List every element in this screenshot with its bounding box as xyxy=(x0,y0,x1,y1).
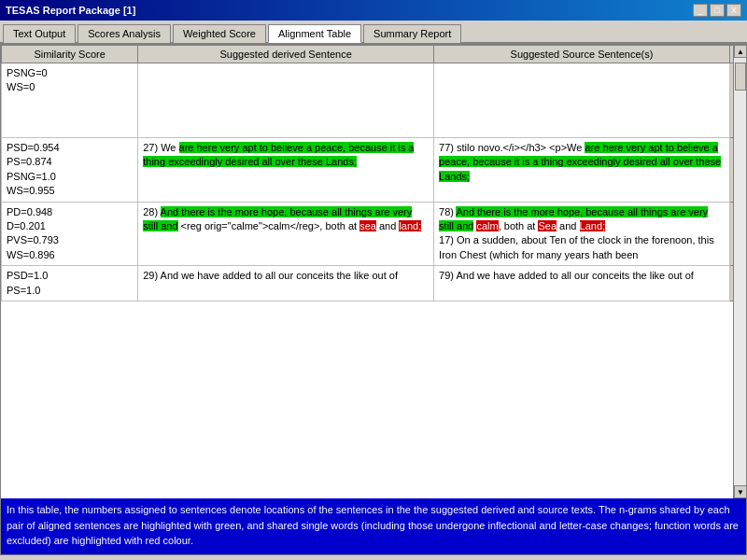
footer-note: In this table, the numbers assigned to s… xyxy=(1,498,746,554)
score-cell: PSD=0.954 PS=0.874 PSNG=1.0 WS=0.955 xyxy=(2,138,138,203)
minimize-button[interactable]: _ xyxy=(693,4,708,17)
tab-scores-analysis[interactable]: Scores Analysis xyxy=(78,24,171,43)
header-source-sentence: Suggested Source Sentence(s) xyxy=(434,46,730,63)
table-row: PD=0.948 D=0.201 PVS=0.793 WS=0.896 28) … xyxy=(2,202,746,266)
alignment-table: Similarity Score Suggested derived Sente… xyxy=(1,45,746,301)
derived-cell xyxy=(138,63,434,138)
tab-bar: Text Output Scores Analysis Weighted Sco… xyxy=(0,21,747,44)
tab-alignment-table[interactable]: Alignment Table xyxy=(268,24,361,43)
table-row: PSD=0.954 PS=0.874 PSNG=1.0 WS=0.955 27)… xyxy=(2,138,746,203)
source-cell xyxy=(434,63,730,138)
tab-summary-report[interactable]: Summary Report xyxy=(363,24,461,43)
tab-weighted-score[interactable]: Weighted Score xyxy=(173,24,266,43)
title-bar: TESAS Report Package [1] _ □ X xyxy=(0,0,747,21)
source-cell: 77) stilo novo.</i></h3> <p>We are here … xyxy=(434,138,730,203)
scroll-down-button[interactable]: ▼ xyxy=(734,485,746,498)
maximize-button[interactable]: □ xyxy=(710,4,725,17)
score-cell: PSNG=0 WS=0 xyxy=(2,63,138,138)
derived-cell: 29) And we have added to all our conceit… xyxy=(138,266,434,301)
scroll-up-button[interactable]: ▲ xyxy=(734,45,746,58)
table-row: PSNG=0 WS=0 xyxy=(2,63,746,138)
scrollbar[interactable]: ▲ ▼ xyxy=(733,45,746,498)
close-button[interactable]: X xyxy=(726,4,741,17)
header-similarity-score: Similarity Score xyxy=(2,46,138,63)
header-derived-sentence: Suggested derived Sentence xyxy=(138,46,434,63)
scroll-thumb[interactable] xyxy=(735,63,746,91)
derived-cell: 28) And there is the more hope, because … xyxy=(138,202,434,266)
score-cell: PD=0.948 D=0.201 PVS=0.793 WS=0.896 xyxy=(2,202,138,266)
scroll-track[interactable] xyxy=(734,58,746,485)
source-cell: 79) And we have added to all our conceit… xyxy=(434,266,730,301)
window-title: TESAS Report Package [1] xyxy=(6,5,135,16)
main-area: Similarity Score Suggested derived Sente… xyxy=(0,44,747,555)
score-cell: PSD=1.0 PS=1.0 xyxy=(2,266,138,301)
table-row: PSD=1.0 PS=1.0 29) And we have added to … xyxy=(2,266,746,301)
tab-text-output[interactable]: Text Output xyxy=(3,24,76,43)
source-cell: 78) And there is the more hope, because … xyxy=(434,202,730,266)
table-container[interactable]: Similarity Score Suggested derived Sente… xyxy=(1,45,746,498)
derived-cell: 27) We are here very apt to believe a pe… xyxy=(138,138,434,203)
